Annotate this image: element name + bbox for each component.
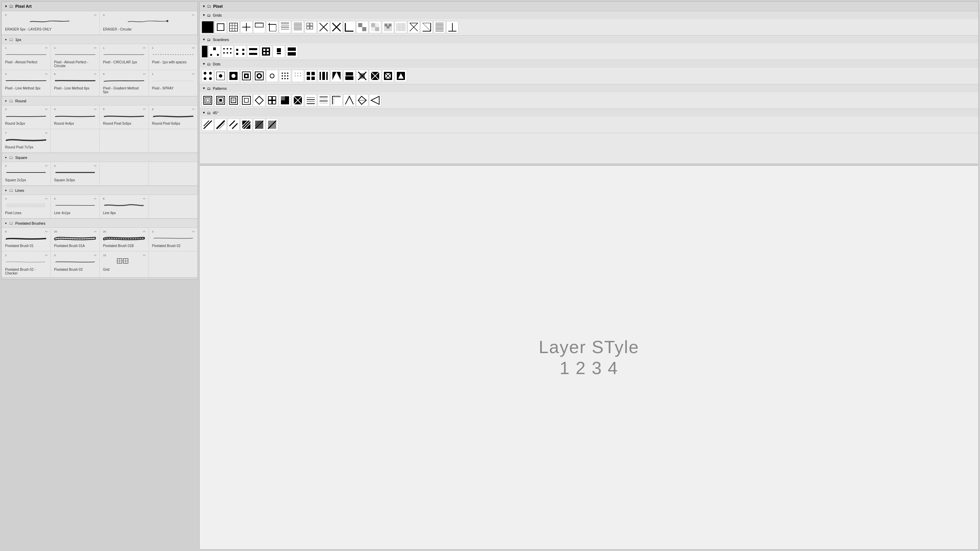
- dot-thumb[interactable]: [330, 70, 343, 82]
- brush-item[interactable]: ✏ 7 Round Pixel 7x7px: [2, 129, 51, 153]
- edit-icon[interactable]: ✏: [45, 131, 48, 135]
- grid-thumb[interactable]: [446, 21, 458, 33]
- edit-icon[interactable]: ✏: [45, 164, 48, 168]
- pattern-thumb[interactable]: [305, 94, 317, 107]
- edit-icon[interactable]: ✏: [143, 253, 146, 257]
- grid-thumb[interactable]: [240, 21, 253, 33]
- brush-item[interactable]: ✏ 1 Pixel - CIRCULAR 1px: [100, 44, 149, 70]
- 45deg-thumb[interactable]: [228, 119, 240, 131]
- grid-thumb[interactable]: [395, 21, 407, 33]
- edit-icon[interactable]: ✏: [94, 46, 97, 50]
- brush-item[interactable]: ✏ 4 Round 4x4px: [51, 105, 100, 129]
- 45deg-thumb[interactable]: [253, 119, 265, 131]
- grid-thumb[interactable]: [228, 21, 240, 33]
- brush-item[interactable]: ✏ 1 Pixel - Almost Perfect: [2, 44, 51, 70]
- pattern-thumb[interactable]: [253, 94, 265, 107]
- scanline-thumb[interactable]: [247, 45, 259, 57]
- dot-thumb[interactable]: [356, 70, 368, 82]
- edit-icon[interactable]: ✏: [143, 72, 146, 76]
- pattern-thumb[interactable]: [343, 94, 355, 107]
- dots-header[interactable]: ▾ 🗂 Dots: [200, 60, 978, 68]
- dot-thumb[interactable]: [305, 70, 317, 82]
- grid-thumb[interactable]: [356, 21, 368, 33]
- brush-item[interactable]: ✏ 3 Square 3x3px: [51, 162, 100, 186]
- pattern-thumb[interactable]: [369, 94, 381, 107]
- grid-thumb[interactable]: [408, 21, 420, 33]
- scanline-thumb[interactable]: [221, 45, 234, 57]
- brush-item[interactable]: ✏ 15 Grid: [100, 252, 149, 277]
- edit-icon[interactable]: ✏: [45, 46, 48, 50]
- edit-icon[interactable]: ✏: [94, 253, 97, 257]
- pattern-thumb[interactable]: [202, 94, 214, 107]
- edit-icon[interactable]: ✏: [94, 230, 97, 234]
- 45deg-thumb[interactable]: [266, 119, 278, 131]
- right-panel-chevron[interactable]: ▾: [203, 5, 205, 8]
- patterns-header[interactable]: ▾ 🗂 Patterns: [200, 84, 978, 92]
- edit-icon[interactable]: ✏: [94, 197, 97, 201]
- brush-item[interactable]: ✏ 3 ERASER - Circular: [100, 11, 197, 35]
- grid-thumb[interactable]: [382, 21, 394, 33]
- dot-thumb[interactable]: [318, 70, 330, 82]
- brush-item[interactable]: ✏ 8 Line 8px: [100, 195, 149, 218]
- grids-header[interactable]: ▾ 🗂 Grids: [200, 11, 978, 19]
- dot-thumb[interactable]: [279, 70, 291, 82]
- grid-thumb[interactable]: [215, 21, 227, 33]
- edit-icon[interactable]: ✏: [143, 46, 146, 50]
- brush-item[interactable]: ✏ 1 Pixel - Almost Perfect - Circular: [51, 44, 100, 70]
- brush-item[interactable]: ✏ 5 Round Pixel 5x5px: [100, 105, 149, 129]
- scanline-thumb[interactable]: [286, 45, 298, 57]
- brush-item[interactable]: ✏ 3 Pixel - Line Method 3px: [2, 70, 51, 96]
- grid-thumb[interactable]: [202, 21, 214, 33]
- dot-thumb[interactable]: [395, 70, 407, 82]
- pattern-thumb[interactable]: [279, 94, 291, 107]
- scanline-thumb[interactable]: [273, 45, 285, 57]
- brush-item[interactable]: ✏ 20 Pixelated Brush 01A: [51, 228, 100, 252]
- edit-icon[interactable]: ✏: [45, 197, 48, 201]
- section-header-square[interactable]: ▾ 🗂 Square: [2, 153, 197, 162]
- brush-item[interactable]: ✏ 1 Pixel - SPRAY: [149, 70, 198, 96]
- grid-thumb[interactable]: [343, 21, 355, 33]
- brush-item[interactable]: ✏ 6 Round Pixel 6x6px: [149, 105, 198, 129]
- 45deg-thumb[interactable]: [240, 119, 253, 131]
- edit-icon[interactable]: ✏: [94, 107, 97, 111]
- brush-item[interactable]: ✏ 6 Pixelated Brush 01: [2, 228, 51, 252]
- brush-item[interactable]: ✏ 2 Pixelated Brush 02 - Checker: [2, 252, 51, 277]
- section-header-1px[interactable]: ▾ 🗂 1px: [2, 35, 197, 44]
- grid-thumb[interactable]: [420, 21, 433, 33]
- dot-thumb[interactable]: [266, 70, 278, 82]
- edit-icon[interactable]: ✏: [192, 46, 195, 50]
- edit-icon[interactable]: ✏: [192, 107, 195, 111]
- brush-item[interactable]: ✏ 5 ERASER 5px - LAYERS ONLY: [2, 11, 100, 35]
- scanline-thumb[interactable]: [208, 45, 221, 57]
- edit-icon[interactable]: ✏: [192, 72, 195, 76]
- grid-thumb[interactable]: [253, 21, 265, 33]
- edit-icon[interactable]: ✏: [45, 253, 48, 257]
- brush-item[interactable]: ✏ 4 Pixel Lines: [2, 195, 51, 218]
- section-header-lines[interactable]: ▾ 🗂 Lines: [2, 186, 197, 195]
- scanline-thumb[interactable]: [234, 45, 247, 57]
- edit-icon[interactable]: ✏: [94, 164, 97, 168]
- brush-item[interactable]: ✏ 2 Pixelated Brush 02: [149, 228, 198, 252]
- edit-icon[interactable]: ✏: [143, 197, 146, 201]
- edit-icon[interactable]: ✏: [192, 230, 195, 234]
- pattern-thumb[interactable]: [228, 94, 240, 107]
- dot-thumb[interactable]: [343, 70, 355, 82]
- grid-thumb[interactable]: [330, 21, 343, 33]
- 45deg-thumb[interactable]: [215, 119, 227, 131]
- section-header-pixelated[interactable]: ▾ 🗂 Pixelated Brushes: [2, 218, 197, 228]
- 45deg-thumb[interactable]: [202, 119, 214, 131]
- brush-item[interactable]: ✏ 2 Square 2x2px: [2, 162, 51, 186]
- scanline-thumb[interactable]: [260, 45, 272, 57]
- dot-thumb[interactable]: [292, 70, 304, 82]
- 45deg-header[interactable]: ▾ 🗂 45°: [200, 109, 978, 116]
- scanline-thumb[interactable]: [202, 45, 208, 57]
- pattern-thumb[interactable]: [240, 94, 253, 107]
- dot-thumb[interactable]: [215, 70, 227, 82]
- section-header-round[interactable]: ▾ 🗂 Round: [2, 96, 197, 105]
- edit-icon[interactable]: ✏: [45, 72, 48, 76]
- scanlines-header[interactable]: ▾ 🗂 Scanlines: [200, 36, 978, 43]
- edit-icon[interactable]: ✏: [143, 230, 146, 234]
- brush-item[interactable]: ✏ 3 Round 3x3px: [2, 105, 51, 129]
- edit-icon[interactable]: ✏: [45, 107, 48, 111]
- edit-icon[interactable]: ✏: [45, 230, 48, 234]
